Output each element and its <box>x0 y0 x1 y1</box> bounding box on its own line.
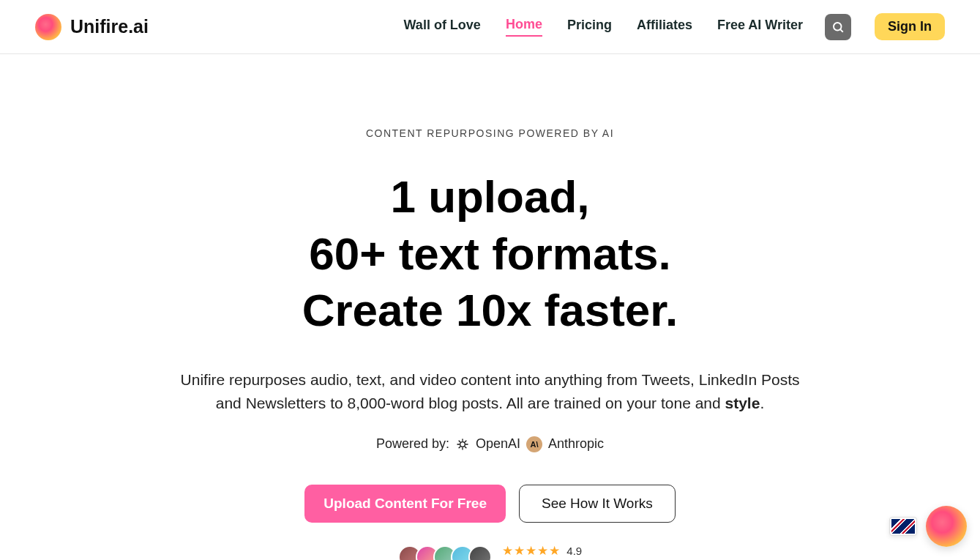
nav-pricing[interactable]: Pricing <box>567 18 612 36</box>
search-button[interactable] <box>825 14 851 40</box>
brand[interactable]: Unifire.ai <box>35 14 149 40</box>
hero-subhead: Unifire repurposes audio, text, and vide… <box>168 368 812 416</box>
search-icon <box>831 20 845 34</box>
powered-anthropic: Anthropic <box>548 436 604 452</box>
hero-section: CONTENT REPURPOSING POWERED BY AI 1 uplo… <box>124 54 856 560</box>
subhead-text: Unifire repurposes audio, text, and vide… <box>181 371 800 412</box>
see-how-it-works-button[interactable]: See How It Works <box>519 485 676 523</box>
svg-line-1 <box>840 29 842 31</box>
signin-button[interactable]: Sign In <box>875 13 945 40</box>
avatar-stack <box>398 545 492 560</box>
chat-widget <box>889 506 967 547</box>
headline-line2: 60+ text formats. <box>124 225 856 283</box>
openai-icon <box>455 437 470 452</box>
brand-name: Unifire.ai <box>70 16 149 37</box>
svg-point-2 <box>460 441 465 447</box>
avatar <box>468 545 492 560</box>
cta-row: Upload Content For Free See How It Works <box>124 485 856 523</box>
rating-block: ★★★★★ 4.9 from 131 reviews <box>502 543 582 560</box>
hero-eyebrow: CONTENT REPURPOSING POWERED BY AI <box>124 127 856 139</box>
nav-affiliates[interactable]: Affiliates <box>637 18 692 36</box>
chat-launcher-button[interactable] <box>926 506 967 547</box>
headline-line1: 1 upload, <box>124 168 856 225</box>
main-nav: Wall of Love Home Pricing Affiliates Fre… <box>404 17 803 37</box>
powered-prefix: Powered by: <box>376 436 449 452</box>
nav-wall-of-love[interactable]: Wall of Love <box>404 18 481 36</box>
subhead-tail: . <box>760 395 764 411</box>
site-header: Unifire.ai Wall of Love Home Pricing Aff… <box>0 0 980 54</box>
nav-free-ai-writer[interactable]: Free AI Writer <box>717 18 803 36</box>
social-proof: ★★★★★ 4.9 from 131 reviews <box>124 543 856 560</box>
hero-headline: 1 upload, 60+ text formats. Create 10x f… <box>124 168 856 339</box>
anthropic-icon: A\ <box>526 436 542 452</box>
headline-line3: Create 10x faster. <box>124 282 856 339</box>
brand-logo-icon <box>35 14 61 40</box>
rating-value: 4.9 <box>566 545 582 557</box>
nav-home[interactable]: Home <box>506 17 542 37</box>
subhead-bold: style <box>725 395 760 411</box>
upload-content-button[interactable]: Upload Content For Free <box>304 485 506 523</box>
uk-flag-icon <box>891 519 915 534</box>
language-selector[interactable] <box>889 517 917 536</box>
svg-point-0 <box>834 23 842 31</box>
powered-by-row: Powered by: OpenAI A\ Anthropic <box>124 436 856 452</box>
star-icons: ★★★★★ <box>502 544 561 558</box>
powered-openai: OpenAI <box>476 436 520 452</box>
